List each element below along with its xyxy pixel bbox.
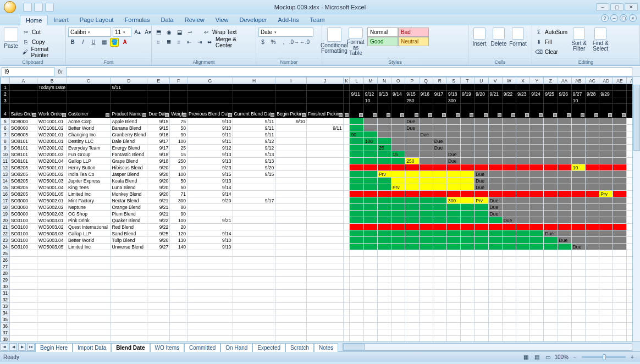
cell[interactable]	[405, 244, 419, 250]
cell[interactable]	[391, 138, 405, 145]
filter-dropdown[interactable]	[456, 113, 460, 117]
cell[interactable]	[446, 164, 460, 171]
col-header[interactable]: Q	[419, 78, 433, 84]
col-header[interactable]: C	[67, 78, 110, 84]
cell[interactable]	[599, 244, 613, 250]
cell[interactable]: 9/11	[233, 118, 275, 125]
cell[interactable]	[350, 224, 363, 230]
cell[interactable]: 75	[170, 118, 187, 125]
cell[interactable]	[613, 217, 626, 224]
cell[interactable]	[516, 164, 529, 171]
cell[interactable]: 9/13	[233, 151, 275, 158]
tab-formulas[interactable]: Formulas	[119, 15, 156, 25]
align-bottom-icon[interactable]: ⬓	[175, 28, 184, 37]
cell[interactable]	[599, 125, 613, 131]
cell[interactable]	[405, 145, 419, 151]
cell[interactable]	[275, 178, 307, 184]
cell[interactable]: 25	[170, 145, 187, 151]
filter-dropdown[interactable]	[271, 113, 274, 117]
cell[interactable]: WO2001.01	[37, 138, 67, 145]
filter-dropdown[interactable]	[32, 113, 36, 117]
cell[interactable]	[461, 224, 475, 230]
cell[interactable]: WO2001.03	[37, 151, 67, 158]
tab-developer[interactable]: Developer	[234, 15, 272, 25]
cell[interactable]	[558, 118, 571, 125]
cell[interactable]	[585, 230, 599, 237]
cell[interactable]	[377, 125, 391, 131]
cell[interactable]	[488, 131, 502, 138]
cell[interactable]	[544, 191, 558, 197]
cell[interactable]	[391, 237, 405, 244]
font-size-combo[interactable]: 11▾	[113, 27, 131, 37]
cell[interactable]: 9/20	[147, 184, 170, 191]
cell[interactable]	[363, 158, 377, 164]
sheet-tab[interactable]: Committed	[184, 343, 220, 352]
row-header[interactable]: 12	[1, 164, 10, 171]
help-icon[interactable]: ?	[601, 14, 609, 22]
cell[interactable]	[571, 145, 585, 151]
cell[interactable]	[461, 184, 475, 191]
cell[interactable]	[530, 171, 544, 178]
cell[interactable]	[233, 204, 275, 211]
cell[interactable]: Red Blend	[111, 224, 147, 230]
cell[interactable]	[558, 224, 571, 230]
cell[interactable]	[377, 237, 391, 244]
cell[interactable]: 300	[170, 197, 187, 204]
filter-dropdown[interactable]	[567, 113, 571, 117]
cell[interactable]	[502, 138, 516, 145]
cell[interactable]: 9/22	[147, 224, 170, 230]
cell[interactable]: SO8205	[9, 164, 37, 171]
cell[interactable]	[558, 158, 571, 164]
cell[interactable]	[419, 118, 433, 125]
cell[interactable]	[461, 138, 475, 145]
row-header[interactable]: 21	[1, 224, 10, 230]
cell[interactable]	[488, 237, 502, 244]
cell[interactable]	[530, 197, 544, 204]
col-header[interactable]: F	[170, 78, 187, 84]
tab-review[interactable]: Review	[179, 15, 210, 25]
cell[interactable]: Due	[433, 138, 446, 145]
cell[interactable]: 9/15	[147, 125, 170, 131]
cell[interactable]: Everyday Team	[67, 145, 110, 151]
cell[interactable]: Due	[446, 158, 460, 164]
cell[interactable]	[530, 204, 544, 211]
cell[interactable]	[475, 211, 488, 217]
vertical-scrollbar[interactable]	[632, 77, 640, 341]
cell[interactable]	[306, 171, 343, 178]
cell[interactable]: Koala Blend	[111, 178, 147, 184]
border-icon[interactable]: ▦	[100, 38, 108, 47]
cell[interactable]	[571, 131, 585, 138]
cell[interactable]	[233, 178, 275, 184]
sheet-tab[interactable]: Import Data	[73, 343, 111, 352]
filter-dropdown[interactable]	[183, 113, 186, 117]
cell[interactable]	[558, 244, 571, 250]
cell[interactable]: 9/10	[187, 244, 233, 250]
format-table-button[interactable]: Format as Table	[346, 27, 366, 56]
cell[interactable]: Changing Inc	[67, 131, 110, 138]
cell[interactable]: 9/11	[233, 131, 275, 138]
insert-button[interactable]: Insert	[471, 27, 488, 56]
cell[interactable]	[350, 244, 363, 250]
cell[interactable]: 9/26	[147, 237, 170, 244]
cell[interactable]	[502, 178, 516, 184]
cell[interactable]	[599, 158, 613, 164]
col-header[interactable]: V	[488, 78, 502, 84]
row-header[interactable]: 16	[1, 191, 10, 197]
cell[interactable]: SO3100	[9, 230, 37, 237]
sort-filter-button[interactable]: Sort & Filter	[569, 27, 589, 56]
cell[interactable]	[306, 164, 343, 171]
cell[interactable]: Due	[405, 125, 419, 131]
cell[interactable]	[516, 151, 529, 158]
filter-dropdown[interactable]	[373, 113, 377, 117]
cell[interactable]	[419, 164, 433, 171]
cell[interactable]	[488, 118, 502, 125]
cell[interactable]	[599, 164, 613, 171]
cell[interactable]: 9/17	[233, 197, 275, 204]
cell[interactable]	[363, 204, 377, 211]
col-header[interactable]: D	[111, 78, 147, 84]
filter-dropdown[interactable]	[470, 113, 473, 117]
cell[interactable]: 250	[170, 158, 187, 164]
cell[interactable]	[530, 237, 544, 244]
cell[interactable]	[599, 178, 613, 184]
cell[interactable]	[433, 197, 446, 204]
